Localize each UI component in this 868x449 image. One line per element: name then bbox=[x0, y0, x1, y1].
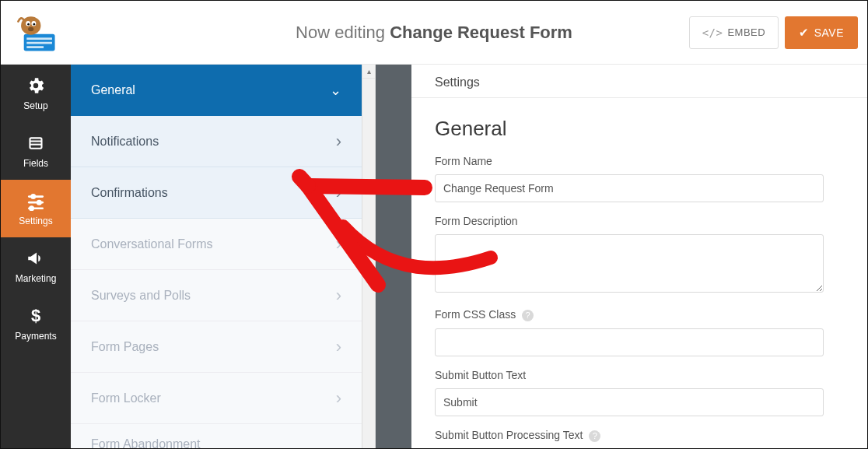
save-label: SAVE bbox=[814, 26, 844, 39]
subnav-item-label: Conversational Forms bbox=[91, 237, 213, 251]
chevron-right-icon bbox=[336, 234, 341, 254]
svg-text:$: $ bbox=[31, 307, 40, 325]
svg-point-7 bbox=[27, 23, 30, 25]
subnav-item-form-pages[interactable]: Form Pages bbox=[71, 321, 362, 373]
subnav-item-notifications[interactable]: Notifications bbox=[71, 116, 362, 167]
section-title: General bbox=[411, 98, 867, 147]
svg-rect-1 bbox=[26, 37, 52, 40]
settings-panel: Settings General Form Name Form Descript… bbox=[411, 65, 867, 448]
bullhorn-icon bbox=[26, 248, 46, 268]
sidebar-item-fields[interactable]: Fields bbox=[1, 122, 71, 180]
form-name-label: Form Name bbox=[435, 155, 824, 167]
chevron-down-icon bbox=[330, 82, 341, 99]
svg-rect-10 bbox=[30, 138, 42, 148]
scroll-up-arrow-icon[interactable]: ▴ bbox=[362, 65, 375, 79]
field-submit-text: Submit Button Text bbox=[411, 361, 847, 421]
svg-point-18 bbox=[30, 207, 33, 210]
panel-breadcrumb: Settings bbox=[411, 69, 867, 98]
chevron-right-icon bbox=[336, 132, 341, 152]
embed-label: EMBED bbox=[727, 26, 765, 38]
help-icon[interactable]: ? bbox=[589, 430, 600, 442]
help-icon[interactable]: ? bbox=[522, 310, 534, 321]
subnav-item-surveys-polls[interactable]: Surveys and Polls bbox=[71, 270, 362, 321]
embed-button[interactable]: </> EMBED bbox=[689, 16, 779, 49]
sidebar-item-marketing[interactable]: Marketing bbox=[1, 237, 71, 295]
submit-text-label: Submit Button Text bbox=[435, 369, 824, 381]
chevron-right-icon bbox=[336, 286, 341, 306]
svg-rect-2 bbox=[26, 41, 52, 44]
subnav-item-form-abandonment[interactable]: Form Abandonment bbox=[71, 424, 362, 449]
scrollbar-track[interactable]: ▴ bbox=[362, 65, 376, 448]
subnav-item-label: Confirmations bbox=[91, 186, 168, 200]
chevron-right-icon bbox=[336, 337, 341, 357]
svg-point-9 bbox=[28, 26, 33, 30]
form-css-label: Form CSS Class ? bbox=[435, 308, 824, 321]
sidebar-item-label: Fields bbox=[23, 158, 48, 169]
sidebar-item-setup[interactable]: Setup bbox=[1, 65, 71, 122]
submit-text-input[interactable] bbox=[435, 388, 824, 416]
subnav-item-confirmations[interactable]: Confirmations bbox=[71, 167, 362, 219]
svg-point-8 bbox=[33, 23, 35, 25]
top-bar: Now editing Change Request Form </> EMBE… bbox=[1, 1, 867, 65]
logo bbox=[13, 9, 60, 56]
save-button[interactable]: ✔ SAVE bbox=[785, 16, 858, 49]
subnav-item-conversational-forms[interactable]: Conversational Forms bbox=[71, 219, 362, 270]
subnav-item-label: Surveys and Polls bbox=[91, 289, 191, 303]
sidebar-item-label: Setup bbox=[23, 100, 47, 111]
check-icon: ✔ bbox=[799, 26, 810, 40]
submit-processing-label: Submit Button Processing Text ? bbox=[435, 429, 824, 442]
code-icon: </> bbox=[702, 26, 723, 39]
field-submit-processing: Submit Button Processing Text ? bbox=[411, 421, 847, 442]
chevron-right-icon bbox=[336, 388, 341, 409]
sidebar-item-label: Settings bbox=[19, 216, 52, 226]
sidebar-item-settings[interactable]: Settings bbox=[1, 180, 71, 237]
subnav-container: General Notifications Confirmations Conv… bbox=[71, 65, 376, 448]
sidebar-item-payments[interactable]: $ Payments bbox=[1, 295, 71, 353]
title-prefix: Now editing bbox=[296, 23, 390, 42]
form-description-input[interactable] bbox=[435, 234, 824, 293]
settings-subnav: General Notifications Confirmations Conv… bbox=[71, 65, 362, 448]
subnav-item-label: Notifications bbox=[91, 135, 159, 149]
subnav-item-label: Form Pages bbox=[91, 340, 159, 354]
list-icon bbox=[26, 133, 46, 153]
form-css-input[interactable] bbox=[435, 328, 824, 356]
form-title: Change Request Form bbox=[390, 23, 572, 42]
sidebar-item-label: Marketing bbox=[16, 273, 57, 284]
icon-sidebar: Setup Fields Settings Marketing bbox=[1, 65, 71, 448]
top-actions: </> EMBED ✔ SAVE bbox=[689, 16, 858, 49]
preview-gutter bbox=[376, 65, 411, 448]
subnav-item-label: General bbox=[91, 83, 135, 97]
form-description-label: Form Description bbox=[435, 215, 824, 227]
gear-icon bbox=[26, 75, 46, 96]
subnav-item-label: Form Locker bbox=[91, 391, 161, 405]
subnav-item-form-locker[interactable]: Form Locker bbox=[71, 373, 362, 424]
svg-rect-3 bbox=[26, 46, 44, 48]
field-form-name: Form Name bbox=[411, 147, 847, 207]
sidebar-item-label: Payments bbox=[15, 331, 56, 342]
subnav-item-general[interactable]: General bbox=[71, 65, 362, 116]
svg-point-14 bbox=[32, 195, 35, 198]
form-name-input[interactable] bbox=[435, 174, 824, 202]
submit-processing-label-text: Submit Button Processing Text bbox=[435, 429, 583, 441]
form-css-label-text: Form CSS Class bbox=[435, 308, 516, 321]
sliders-icon bbox=[26, 191, 46, 211]
svg-point-16 bbox=[37, 201, 40, 204]
field-form-css-class: Form CSS Class ? bbox=[411, 300, 847, 361]
dollar-icon: $ bbox=[26, 306, 46, 326]
chevron-right-icon bbox=[336, 183, 341, 203]
field-form-description: Form Description bbox=[411, 207, 847, 300]
wpforms-logo-icon bbox=[14, 10, 59, 55]
subnav-item-label: Form Abandonment bbox=[91, 437, 201, 449]
